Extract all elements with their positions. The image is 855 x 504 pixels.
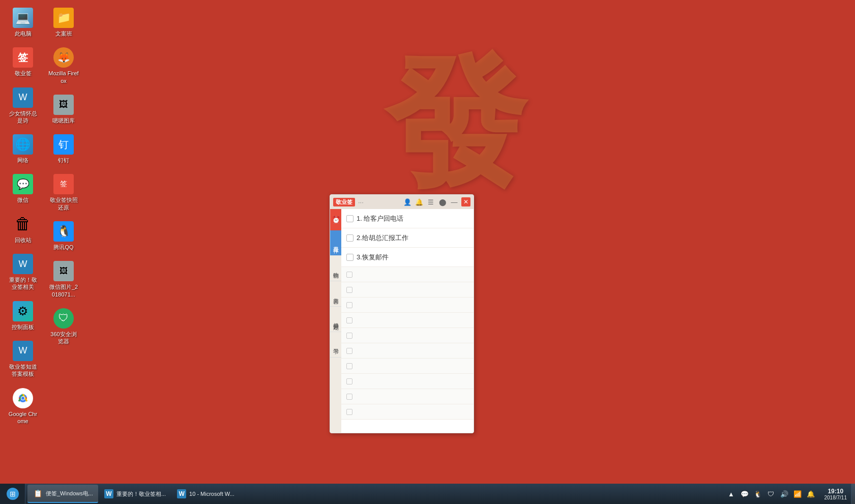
empty-row-6[interactable] xyxy=(341,343,474,359)
empty-row-5[interactable] xyxy=(341,328,474,343)
desktop-icon-this-pc[interactable]: 💻 此电脑 xyxy=(5,5,41,40)
folder-label: 文案班 xyxy=(55,30,72,37)
desktop: 發 💻 此电脑 签 敬业签 W 少女情怀总是诗 🌐 网络 💬 微信 🗑 回收站 … xyxy=(0,0,855,484)
tray-qq-icon[interactable]: 🐧 xyxy=(752,488,763,499)
wechat-img-label: 微信图片_2018071... xyxy=(48,283,79,298)
desktop-icon-jiuye[interactable]: 签 敬业签 xyxy=(5,45,41,79)
empty-checkbox-3[interactable] xyxy=(346,302,352,308)
empty-row-1[interactable] xyxy=(341,267,474,282)
empty-checkbox-7[interactable] xyxy=(346,363,352,369)
this-pc-icon: 💻 xyxy=(13,8,33,28)
windows-icon: ⊞ xyxy=(7,488,19,500)
clock-time: 19:10 xyxy=(828,488,843,495)
tray-arrow-icon[interactable]: ▲ xyxy=(726,488,737,499)
noise-img-icon: 🖼 xyxy=(53,95,74,115)
sidebar-tab-today-work[interactable]: 今日工作 xyxy=(330,230,341,256)
empty-row-3[interactable] xyxy=(341,298,474,313)
empty-rows xyxy=(341,267,474,420)
taskbar-jiuye-app[interactable]: 📋 便签_Windows电... xyxy=(27,485,98,503)
widget-sidebar: ⏰ 今日工作 购物 美容 健身计划 学习 xyxy=(330,209,341,433)
task-checkbox-2[interactable] xyxy=(346,234,353,242)
tray-notification-icon[interactable]: 🔔 xyxy=(805,488,816,499)
empty-checkbox-6[interactable] xyxy=(346,348,352,354)
dingding-label: 钉钉 xyxy=(58,157,69,164)
desktop-icon-templates[interactable]: W 敬业签知道答案模板 xyxy=(5,338,41,380)
empty-checkbox-9[interactable] xyxy=(346,394,352,400)
tray-shield-icon[interactable]: 🛡 xyxy=(765,488,777,499)
360-icon: 🛡 xyxy=(53,308,74,329)
this-pc-label: 此电脑 xyxy=(15,30,32,37)
empty-checkbox-1[interactable] xyxy=(346,272,352,278)
chrome-label: Google Chrome xyxy=(8,410,38,425)
empty-checkbox-5[interactable] xyxy=(346,333,352,339)
desktop-icons-container: 💻 此电脑 签 敬业签 W 少女情怀总是诗 🌐 网络 💬 微信 🗑 回收站 W … xyxy=(5,5,76,463)
taskbar-word1-label: 重要的！敬业签相... xyxy=(116,490,166,498)
show-desktop-button[interactable] xyxy=(851,484,855,504)
task-checkbox-3[interactable] xyxy=(346,254,353,261)
empty-checkbox-10[interactable] xyxy=(346,409,352,415)
desktop-icon-jiuye-kuai[interactable]: 签 敬业签快照还原 xyxy=(46,171,81,214)
templates-label: 敬业签知道答案模板 xyxy=(8,363,38,378)
person-icon[interactable]: 👤 xyxy=(403,197,412,206)
qq-icon: 🐧 xyxy=(53,221,74,242)
desktop-icon-network[interactable]: 🌐 网络 xyxy=(5,132,41,166)
close-button[interactable]: ✕ xyxy=(461,197,470,206)
sidebar-tab-beauty[interactable]: 美容 xyxy=(330,281,341,307)
desktop-icon-important[interactable]: W 重要的！敬业签相关 xyxy=(5,251,41,293)
tray-network-icon[interactable]: 📶 xyxy=(792,488,803,499)
task-checkbox-1[interactable] xyxy=(346,215,353,222)
desktop-icon-folder[interactable]: 📁 文案班 xyxy=(46,5,81,40)
poem-icon: W xyxy=(13,87,33,108)
desktop-icon-360[interactable]: 🛡 360安全浏览器 xyxy=(46,306,81,348)
widget-title-dots: ··· xyxy=(358,198,364,206)
desktop-icon-qq[interactable]: 🐧 腾讯QQ xyxy=(46,219,81,253)
task-item-2[interactable]: 2.给胡总汇报工作 xyxy=(341,228,474,248)
empty-row-9[interactable] xyxy=(341,389,474,404)
taskbar-apps: 📋 便签_Windows电... W 重要的！敬业签相... W 10 - Mi… xyxy=(25,484,722,504)
jiuye-icon: 签 xyxy=(13,47,33,68)
recycle-label: 回收站 xyxy=(15,236,32,244)
empty-row-8[interactable] xyxy=(341,374,474,389)
desktop-icon-chrome[interactable]: Google Chrome xyxy=(5,386,41,428)
control-label: 控制面板 xyxy=(12,323,34,331)
desktop-icon-recycle[interactable]: 🗑 回收站 xyxy=(5,212,41,246)
sidebar-tab-fitness[interactable]: 健身计划 xyxy=(330,307,341,332)
sidebar-tab-study[interactable]: 学习 xyxy=(330,332,341,358)
list-icon[interactable]: ☰ xyxy=(426,197,435,206)
taskbar-word-app2[interactable]: W 10 - Microsoft W... xyxy=(172,485,240,503)
toggle-icon[interactable]: ⬤ xyxy=(438,197,447,206)
taskbar-word-app1[interactable]: W 重要的！敬业签相... xyxy=(99,485,171,503)
task-item-1[interactable]: 1. 给客户回电话 xyxy=(341,209,474,228)
empty-row-4[interactable] xyxy=(341,313,474,328)
wechat-label: 微信 xyxy=(17,196,28,203)
empty-checkbox-4[interactable] xyxy=(346,317,352,323)
empty-row-2[interactable] xyxy=(341,282,474,298)
empty-checkbox-8[interactable] xyxy=(346,378,352,384)
bell-icon[interactable]: 🔔 xyxy=(415,197,424,206)
empty-row-10[interactable] xyxy=(341,404,474,420)
alarm-icon[interactable]: ⏰ xyxy=(330,209,341,230)
desktop-icon-wechat[interactable]: 💬 微信 xyxy=(5,171,41,206)
recycle-icon: 🗑 xyxy=(13,214,33,234)
network-icon: 🌐 xyxy=(13,134,33,155)
tray-volume-icon[interactable]: 🔊 xyxy=(779,488,790,499)
dingding-icon: 钉 xyxy=(53,134,74,155)
empty-row-7[interactable] xyxy=(341,359,474,374)
tray-wechat-icon[interactable]: 💬 xyxy=(739,488,750,499)
desktop-icon-noise-img[interactable]: 🖼 嗯嗯图库 xyxy=(46,92,81,127)
desktop-icon-dingding[interactable]: 钉 钉钉 xyxy=(46,132,81,166)
desktop-icon-control[interactable]: ⚙ 控制面板 xyxy=(5,299,41,333)
widget-title-icons: 👤 🔔 ☰ ⬤ — ✕ xyxy=(403,197,470,206)
firefox-label: Mozilla Firefox xyxy=(48,70,79,84)
chrome-icon xyxy=(13,388,33,408)
sidebar-tab-shopping[interactable]: 购物 xyxy=(330,256,341,281)
desktop-icon-poem[interactable]: W 少女情怀总是诗 xyxy=(5,85,41,127)
desktop-icon-wechat-img[interactable]: 🖼 微信图片_2018071... xyxy=(46,258,81,301)
minimize-icon[interactable]: — xyxy=(450,197,459,206)
desktop-icon-firefox[interactable]: 🦊 Mozilla Firefox xyxy=(46,45,81,87)
empty-checkbox-2[interactable] xyxy=(346,287,352,293)
control-icon: ⚙ xyxy=(13,301,33,321)
start-button[interactable]: ⊞ xyxy=(0,484,25,504)
taskbar-clock[interactable]: 19:10 2018/7/11 xyxy=(820,484,851,504)
task-item-3[interactable]: 3.恢复邮件 xyxy=(341,248,474,267)
